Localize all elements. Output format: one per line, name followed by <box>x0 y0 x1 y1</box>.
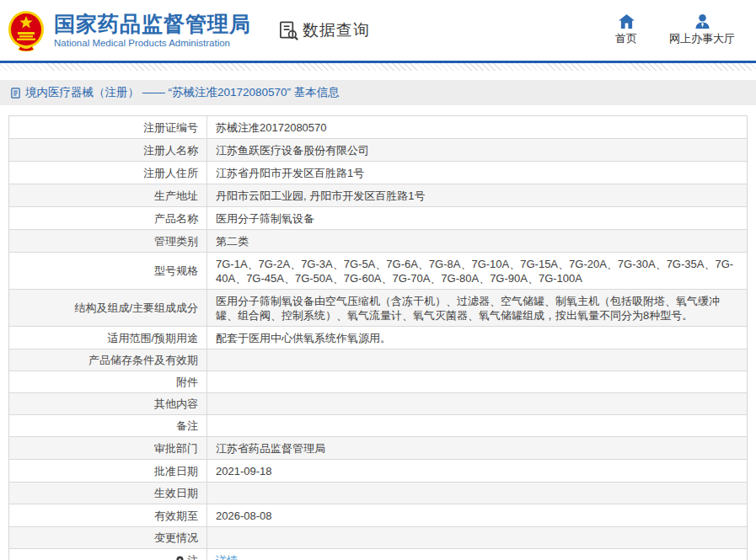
detail-link[interactable]: 详情 <box>216 554 238 560</box>
row-label-text: 产品储存条件及有效期 <box>88 353 198 367</box>
row-label-text: 适用范围/预期用途 <box>107 331 198 345</box>
row-label: 结构及组成/主要组成成分 <box>9 290 207 326</box>
table-row: 适用范围/预期用途配套于医用中心供氧系统作氧源用。 <box>9 327 747 349</box>
row-label-text: 附件 <box>176 375 198 389</box>
row-label: 管理类别 <box>9 230 207 252</box>
row-value: 丹阳市云阳工业园, 丹阳市开发区百胜路1号 <box>207 184 747 206</box>
table-row: 生效日期 <box>9 483 747 504</box>
nav-home[interactable]: 首页 <box>615 14 637 46</box>
breadcrumb-title-bar: 境内医疗器械（注册） —— “苏械注准20172080570” 基本信息 <box>0 80 756 105</box>
row-value: 2021-09-18 <box>207 460 747 482</box>
table-row: 注册人名称江苏鱼跃医疗设备股份有限公司 <box>9 139 747 162</box>
row-label-text: 注 <box>187 553 198 560</box>
row-value <box>207 415 747 436</box>
row-label-text: 型号规格 <box>154 264 198 278</box>
row-value <box>207 371 747 392</box>
row-value: 江苏省丹阳市开发区百胜路1号 <box>207 162 747 184</box>
row-value: 苏械注准20172080570 <box>207 116 747 138</box>
row-value <box>207 483 747 504</box>
row-label: 注册人名称 <box>9 139 207 161</box>
table-row: 型号规格7G-1A、7G-2A、7G-3A、7G-5A、7G-6A、7G-8A、… <box>9 253 747 290</box>
data-query[interactable]: 数据查询 <box>278 19 370 41</box>
nav-home-label: 首页 <box>615 31 637 46</box>
document-icon <box>10 88 21 99</box>
table-row: 审批部门江苏省药品监督管理局 <box>9 437 747 460</box>
row-label-text: 产品名称 <box>154 211 198 226</box>
data-query-label: 数据查询 <box>303 19 370 41</box>
table-row: 注册证编号苏械注准20172080570 <box>9 116 747 139</box>
row-label: 批准日期 <box>9 460 207 482</box>
row-label-text: 备注 <box>176 419 198 433</box>
row-label: 有效期至 <box>9 504 207 526</box>
table-row: 其他内容 <box>9 393 747 415</box>
row-label-text: 管理类别 <box>154 234 198 248</box>
info-table: 注册证编号苏械注准20172080570注册人名称江苏鱼跃医疗设备股份有限公司注… <box>8 115 748 560</box>
row-value: 医用分子筛制氧设备 <box>207 207 747 229</box>
hatch-band <box>0 63 756 71</box>
brand: 国家药品监督管理局 National Medical Products Admi… <box>54 12 251 50</box>
home-icon <box>619 14 635 29</box>
row-label: 审批部门 <box>9 437 207 459</box>
row-label: 备注 <box>9 415 207 436</box>
row-label: 适用范围/预期用途 <box>9 327 207 349</box>
row-label-text: 生效日期 <box>154 486 198 500</box>
row-label: 生效日期 <box>9 483 207 504</box>
row-label-text: 生产地址 <box>154 189 198 203</box>
table-row: 批准日期2021-09-18 <box>9 460 747 483</box>
page-title: 境内医疗器械（注册） —— “苏械注准20172080570” 基本信息 <box>25 85 340 100</box>
row-value: 江苏省药品监督管理局 <box>207 437 747 459</box>
brand-subtitle: National Medical Products Administration <box>54 37 251 50</box>
nav-service-hall-label: 网上办事大厅 <box>669 31 735 46</box>
data-query-icon <box>278 20 299 41</box>
table-row: 附件 <box>9 371 747 393</box>
row-value <box>207 527 747 548</box>
table-row: 注详情 <box>9 549 747 560</box>
header-nav: 首页 网上办事大厅 <box>615 14 735 46</box>
row-label: 产品储存条件及有效期 <box>9 349 207 371</box>
table-row: 有效期至2026-08-08 <box>9 504 747 527</box>
person-icon <box>694 14 710 29</box>
row-label-text: 批准日期 <box>154 464 198 478</box>
row-label: 其他内容 <box>9 393 207 414</box>
nav-service-hall[interactable]: 网上办事大厅 <box>669 14 735 46</box>
row-value: 7G-1A、7G-2A、7G-3A、7G-5A、7G-6A、7G-8A、7G-1… <box>207 253 747 289</box>
row-value: 医用分子筛制氧设备由空气压缩机（含冻干机）、过滤器、空气储罐、制氧主机（包括吸附… <box>207 290 747 326</box>
row-label-text: 审批部门 <box>154 441 198 456</box>
row-value <box>207 349 747 371</box>
row-label: 产品名称 <box>9 207 207 229</box>
row-label-text: 其他内容 <box>154 397 198 411</box>
row-label-text: 注册证编号 <box>143 120 198 135</box>
page-header: 国家药品监督管理局 National Medical Products Admi… <box>0 0 756 61</box>
brand-title: 国家药品监督管理局 <box>54 12 251 35</box>
national-emblem-icon <box>7 9 46 51</box>
row-value: 江苏鱼跃医疗设备股份有限公司 <box>207 139 747 161</box>
table-row: 生产地址丹阳市云阳工业园, 丹阳市开发区百胜路1号 <box>9 184 747 207</box>
table-row: 管理类别第二类 <box>9 230 747 253</box>
table-row: 变更情况 <box>9 527 747 549</box>
row-label: 注册证编号 <box>9 116 207 138</box>
row-label: 注 <box>9 549 207 560</box>
row-label-text: 注册人名称 <box>143 143 198 157</box>
note-pin-icon <box>175 556 185 560</box>
row-label-text: 有效期至 <box>154 509 198 523</box>
row-label-text: 注册人住所 <box>143 166 198 180</box>
row-label: 注册人住所 <box>9 162 207 184</box>
row-value: 第二类 <box>207 230 747 252</box>
table-row: 注册人住所江苏省丹阳市开发区百胜路1号 <box>9 162 747 184</box>
row-label-text: 变更情况 <box>154 531 198 545</box>
table-row: 产品名称医用分子筛制氧设备 <box>9 207 747 230</box>
row-value: 详情 <box>207 549 747 560</box>
row-value: 2026-08-08 <box>207 504 747 526</box>
row-label: 型号规格 <box>9 253 207 289</box>
row-value <box>207 393 747 414</box>
table-row: 产品储存条件及有效期 <box>9 349 747 371</box>
row-value: 配套于医用中心供氧系统作氧源用。 <box>207 327 747 349</box>
row-label: 附件 <box>9 371 207 392</box>
table-row: 结构及组成/主要组成成分医用分子筛制氧设备由空气压缩机（含冻干机）、过滤器、空气… <box>9 290 747 327</box>
row-label-text: 结构及组成/主要组成成分 <box>74 301 198 315</box>
table-row: 备注 <box>9 415 747 437</box>
row-label: 变更情况 <box>9 527 207 548</box>
row-label: 生产地址 <box>9 184 207 206</box>
